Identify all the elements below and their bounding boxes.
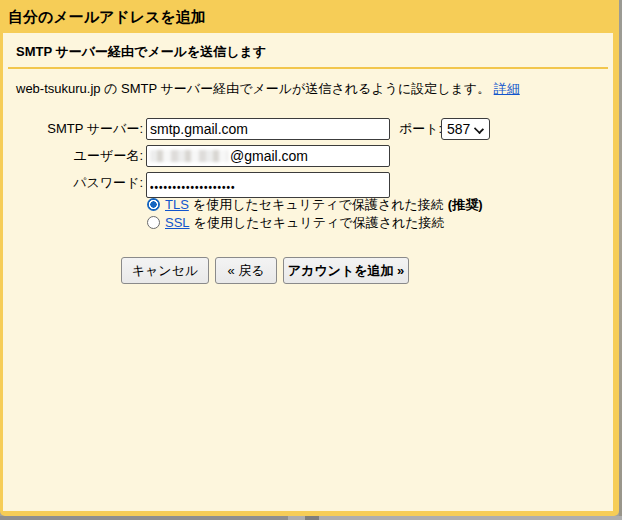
cancel-button[interactable]: キャンセル [121, 257, 209, 284]
dialog-titlebar: 自分のメールアドレスを追加 [0, 0, 619, 33]
tls-link[interactable]: TLS [165, 197, 189, 212]
ssl-option-text: を使用したセキュリティで保護された接続 [194, 214, 445, 232]
password-label: パスワード: [23, 172, 143, 194]
username-input[interactable]: @gmail.com [146, 145, 390, 167]
radio-button[interactable] [147, 198, 160, 211]
smtp-server-label: SMTP サーバー: [23, 118, 143, 140]
section-heading: SMTP サーバー経由でメールを送信します [16, 43, 266, 61]
description-body: web-tsukuru.jp の SMTP サーバー経由でメールが送信されるよう… [16, 81, 490, 96]
background-window-bottom-segment [0, 516, 288, 520]
password-row: パスワード: [3, 172, 613, 194]
redacted-username-blur [150, 150, 228, 162]
back-button[interactable]: « 戻る [215, 257, 277, 284]
screen: 自分のメールアドレスを追加 SMTP サーバー経由でメールを送信します web-… [0, 0, 622, 520]
details-link[interactable]: 詳細 [494, 81, 520, 96]
background-window-bottom-edge [0, 516, 622, 520]
port-select[interactable]: 587 [441, 118, 490, 140]
tls-recommended-badge: (推奨) [448, 196, 483, 214]
chevron-down-icon [474, 124, 484, 134]
smtp-settings-panel: SMTP サーバー経由でメールを送信します web-tsukuru.jp の S… [3, 33, 613, 511]
port-label: ポート: [399, 118, 442, 140]
smtp-server-input[interactable] [146, 118, 390, 140]
username-suffix: @gmail.com [230, 148, 308, 164]
ssl-link[interactable]: SSL [165, 215, 190, 230]
ssl-option-row: SSL を使用したセキュリティで保護された接続 [147, 214, 445, 231]
background-scrollbar-thumb [305, 516, 319, 520]
add-email-dialog: 自分のメールアドレスを追加 SMTP サーバー経由でメールを送信します web-… [0, 0, 619, 516]
radio-button[interactable] [147, 216, 160, 229]
port-selected-value: 587 [447, 121, 470, 137]
smtp-server-row: SMTP サーバー: ポート: 587 [3, 118, 613, 140]
tls-option-row: TLS を使用したセキュリティで保護された接続 (推奨) [147, 196, 482, 213]
username-row: ユーザー名: @gmail.com [3, 145, 613, 167]
username-label: ユーザー名: [23, 145, 143, 167]
description-text: web-tsukuru.jp の SMTP サーバー経由でメールが送信されるよう… [16, 80, 520, 98]
password-input[interactable] [146, 172, 390, 198]
tls-option-text: を使用したセキュリティで保護された接続 [193, 196, 444, 214]
dialog-title: 自分のメールアドレスを追加 [8, 0, 206, 33]
add-account-button[interactable]: アカウントを追加 » [283, 257, 409, 284]
heading-divider [8, 67, 608, 69]
